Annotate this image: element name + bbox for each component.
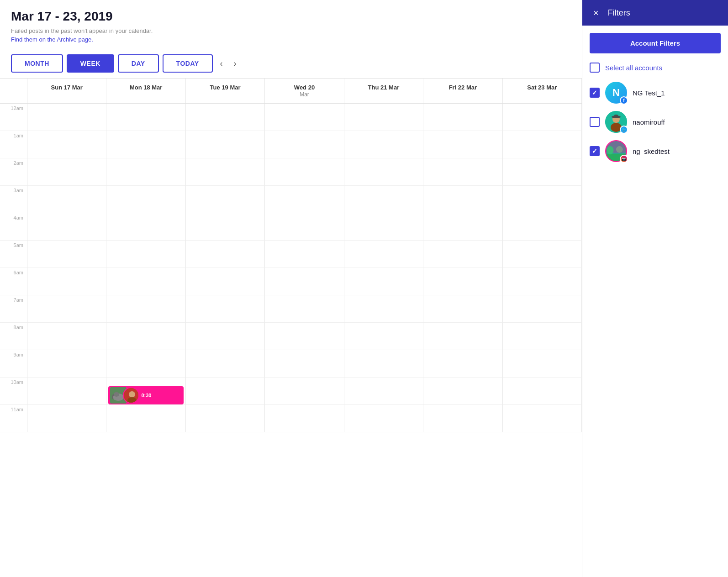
time-cell-day0-row8[interactable] <box>27 323 106 350</box>
time-cell-day6-row11[interactable] <box>503 405 582 432</box>
time-cell-day0-row0[interactable] <box>27 104 106 131</box>
time-cell-day4-row8[interactable] <box>344 323 423 350</box>
select-all-row[interactable]: Select all accounts <box>590 63 721 73</box>
time-cell-day3-row3[interactable] <box>265 186 344 213</box>
time-cell-day2-row0[interactable] <box>186 104 265 131</box>
time-cell-day6-row8[interactable] <box>503 323 582 350</box>
account-item-ng-test[interactable]: N f NG Test_1 <box>590 82 721 104</box>
time-cell-day3-row8[interactable] <box>265 323 344 350</box>
time-cell-day6-row3[interactable] <box>503 186 582 213</box>
time-cell-day1-row4[interactable] <box>106 213 185 241</box>
time-cell-day6-row1[interactable] <box>503 131 582 158</box>
time-cell-day1-row0[interactable] <box>106 104 185 131</box>
account-filters-button[interactable]: Account Filters <box>590 33 721 53</box>
time-cell-day0-row2[interactable] <box>27 158 106 186</box>
time-cell-day0-row11[interactable] <box>27 405 106 432</box>
time-cell-day2-row7[interactable] <box>186 295 265 323</box>
time-cell-day2-row8[interactable] <box>186 323 265 350</box>
time-cell-day6-row6[interactable] <box>503 268 582 295</box>
time-cell-day6-row7[interactable] <box>503 295 582 323</box>
time-cell-day4-row10[interactable] <box>344 378 423 405</box>
time-cell-day5-row4[interactable] <box>423 213 502 241</box>
time-cell-day6-row2[interactable] <box>503 158 582 186</box>
time-cell-day6-row4[interactable] <box>503 213 582 241</box>
time-cell-day2-row5[interactable] <box>186 241 265 268</box>
time-cell-day4-row9[interactable] <box>344 350 423 378</box>
account-checkbox-naomirouff[interactable] <box>590 117 600 127</box>
archive-link[interactable]: Find them on the Archive page. <box>11 36 93 43</box>
time-cell-day5-row3[interactable] <box>423 186 502 213</box>
time-cell-day4-row3[interactable] <box>344 186 423 213</box>
time-cell-day5-row1[interactable] <box>423 131 502 158</box>
time-cell-day4-row11[interactable] <box>344 405 423 432</box>
time-cell-day4-row4[interactable] <box>344 213 423 241</box>
time-cell-day2-row4[interactable] <box>186 213 265 241</box>
time-cell-day0-row10[interactable] <box>27 378 106 405</box>
account-item-naomirouff[interactable]: 🐦 naomirouff <box>590 111 721 133</box>
prev-arrow[interactable]: ‹ <box>216 57 227 70</box>
time-cell-day0-row9[interactable] <box>27 350 106 378</box>
account-checkbox-ng-test[interactable] <box>590 88 600 98</box>
time-cell-day3-row9[interactable] <box>265 350 344 378</box>
time-cell-day1-row2[interactable] <box>106 158 185 186</box>
time-cell-day1-row7[interactable] <box>106 295 185 323</box>
time-cell-day5-row9[interactable] <box>423 350 502 378</box>
time-cell-day5-row5[interactable] <box>423 241 502 268</box>
time-cell-day0-row6[interactable] <box>27 268 106 295</box>
time-cell-day2-row9[interactable] <box>186 350 265 378</box>
time-cell-day1-row10[interactable]: 0:30 <box>106 378 185 405</box>
week-view-button[interactable]: WEEK <box>67 54 114 73</box>
time-cell-day5-row2[interactable] <box>423 158 502 186</box>
time-cell-day0-row7[interactable] <box>27 295 106 323</box>
time-cell-day2-row11[interactable] <box>186 405 265 432</box>
next-arrow[interactable]: › <box>230 57 240 70</box>
time-cell-day0-row5[interactable] <box>27 241 106 268</box>
time-cell-day5-row6[interactable] <box>423 268 502 295</box>
time-cell-day3-row7[interactable] <box>265 295 344 323</box>
filters-close-button[interactable]: × <box>591 6 601 20</box>
time-cell-day6-row9[interactable] <box>503 350 582 378</box>
time-cell-day4-row5[interactable] <box>344 241 423 268</box>
time-cell-day5-row10[interactable] <box>423 378 502 405</box>
time-cell-day0-row3[interactable] <box>27 186 106 213</box>
time-cell-day2-row10[interactable] <box>186 378 265 405</box>
time-cell-day6-row10[interactable] <box>503 378 582 405</box>
time-cell-day4-row0[interactable] <box>344 104 423 131</box>
time-cell-day2-row1[interactable] <box>186 131 265 158</box>
time-cell-day1-row5[interactable] <box>106 241 185 268</box>
time-cell-day3-row10[interactable] <box>265 378 344 405</box>
time-cell-day2-row6[interactable] <box>186 268 265 295</box>
time-cell-day6-row0[interactable] <box>503 104 582 131</box>
day-view-button[interactable]: DAY <box>118 54 159 73</box>
time-cell-day5-row7[interactable] <box>423 295 502 323</box>
time-cell-day5-row0[interactable] <box>423 104 502 131</box>
time-cell-day0-row4[interactable] <box>27 213 106 241</box>
time-cell-day3-row0[interactable] <box>265 104 344 131</box>
select-all-checkbox[interactable] <box>590 63 600 73</box>
time-cell-day3-row4[interactable] <box>265 213 344 241</box>
account-checkbox-ng-skedtest[interactable] <box>590 146 600 156</box>
time-cell-day1-row8[interactable] <box>106 323 185 350</box>
time-cell-day4-row6[interactable] <box>344 268 423 295</box>
month-view-button[interactable]: MONTH <box>11 54 63 73</box>
account-item-ng-skedtest[interactable]: 📷 ng_skedtest <box>590 140 721 162</box>
time-cell-day1-row11[interactable] <box>106 405 185 432</box>
time-cell-day5-row8[interactable] <box>423 323 502 350</box>
time-cell-day1-row3[interactable] <box>106 186 185 213</box>
time-cell-day1-row1[interactable] <box>106 131 185 158</box>
time-cell-day1-row6[interactable] <box>106 268 185 295</box>
time-cell-day3-row6[interactable] <box>265 268 344 295</box>
time-cell-day3-row11[interactable] <box>265 405 344 432</box>
time-cell-day5-row11[interactable] <box>423 405 502 432</box>
time-cell-day2-row3[interactable] <box>186 186 265 213</box>
time-cell-day2-row2[interactable] <box>186 158 265 186</box>
today-view-button[interactable]: TODAY <box>163 54 213 73</box>
time-cell-day4-row7[interactable] <box>344 295 423 323</box>
calendar-event[interactable]: 0:30 <box>108 386 183 404</box>
time-cell-day4-row1[interactable] <box>344 131 423 158</box>
time-cell-day4-row2[interactable] <box>344 158 423 186</box>
time-cell-day3-row2[interactable] <box>265 158 344 186</box>
time-cell-day0-row1[interactable] <box>27 131 106 158</box>
time-cell-day1-row9[interactable] <box>106 350 185 378</box>
time-cell-day3-row5[interactable] <box>265 241 344 268</box>
